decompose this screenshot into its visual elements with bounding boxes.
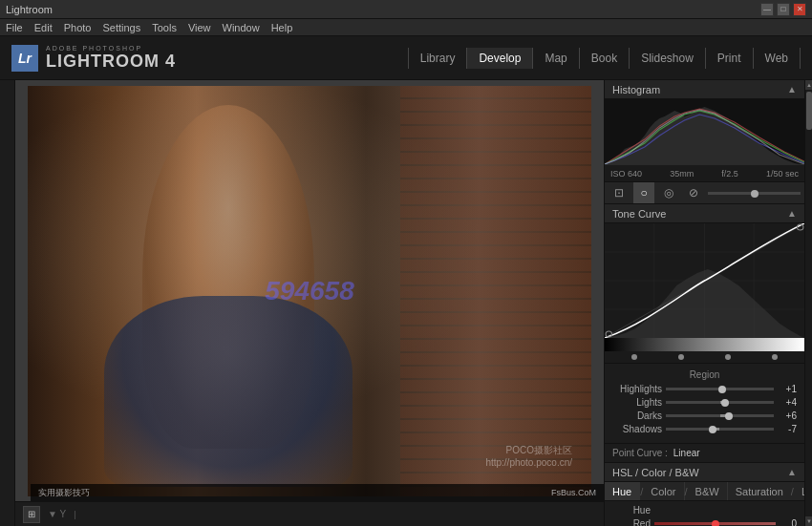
close-button[interactable]: ✕ xyxy=(793,3,806,16)
watermark-text: 594658 xyxy=(265,276,353,306)
histogram-iso: ISO 640 xyxy=(610,169,642,179)
tab-book[interactable]: Book xyxy=(580,48,630,69)
shadows-value: -7 xyxy=(778,424,797,434)
hsl-red-track[interactable] xyxy=(654,522,776,525)
shadows-label: Shadows xyxy=(612,424,662,434)
tagline-left: 实用摄影技巧 xyxy=(38,487,90,499)
tab-library[interactable]: Library xyxy=(408,48,468,69)
histogram-focal: 35mm xyxy=(670,169,694,179)
toolbar-grid-btn[interactable]: ⊞ xyxy=(23,506,40,523)
highlights-label: Highlights xyxy=(612,384,662,394)
tab-web[interactable]: Web xyxy=(754,48,801,69)
curve-dot-1[interactable] xyxy=(631,354,637,360)
tone-curve-canvas[interactable] xyxy=(605,223,804,338)
hsl-tab-luminance[interactable]: Luminance xyxy=(794,482,804,500)
curve-dot-3[interactable] xyxy=(725,354,731,360)
watermark-site1: POCO摄影社区 xyxy=(485,444,572,457)
tab-slideshow[interactable]: Slideshow xyxy=(630,48,706,69)
menu-photo[interactable]: Photo xyxy=(64,22,92,33)
content-area: 594658 POCO摄影社区 http://photo.poco.cn/ 实用… xyxy=(0,80,812,526)
hsl-tab-saturation[interactable]: Saturation xyxy=(728,482,791,500)
shadows-thumb[interactable] xyxy=(709,426,716,433)
lights-row: Lights +4 xyxy=(612,397,797,408)
hsl-arrow: ▲ xyxy=(787,467,797,477)
histogram-panel-header[interactable]: Histogram ▲ xyxy=(605,80,804,99)
hsl-panel-header[interactable]: HSL / Color / B&W ▲ xyxy=(605,463,804,482)
maximize-button[interactable]: □ xyxy=(777,3,790,16)
menu-edit[interactable]: Edit xyxy=(34,22,53,33)
tool-slider[interactable] xyxy=(708,192,801,195)
redeye-tool[interactable]: ◎ xyxy=(658,182,679,203)
highlights-track[interactable] xyxy=(666,388,774,390)
healing-tool[interactable]: ○ xyxy=(633,182,654,203)
image-toolbar-bottom: ⊞ ▼ Y | xyxy=(15,501,604,526)
tool-slider-thumb[interactable] xyxy=(751,190,759,198)
tool-slider-row xyxy=(708,192,801,195)
hsl-hue-header-track xyxy=(654,509,776,512)
histogram-aperture: f/2.5 xyxy=(721,169,738,179)
menu-settings[interactable]: Settings xyxy=(102,22,140,33)
tab-develop[interactable]: Develop xyxy=(467,48,533,69)
darks-track[interactable] xyxy=(666,414,774,417)
curve-dot-2[interactable] xyxy=(678,354,684,360)
app-layout: Lr ADOBE PHOTOSHOP LIGHTROOM 4 Library D… xyxy=(0,36,812,526)
lights-thumb[interactable] xyxy=(721,399,729,407)
tab-map[interactable]: Map xyxy=(533,48,579,69)
main-view: 594658 POCO摄影社区 http://photo.poco.cn/ 实用… xyxy=(15,80,604,526)
menu-tools[interactable]: Tools xyxy=(152,22,177,33)
left-panel xyxy=(0,80,15,526)
lr-adobe-text: ADOBE PHOTOSHOP xyxy=(46,45,176,52)
tone-curve-title: Tone Curve xyxy=(612,208,666,220)
lr-main-title: LIGHTROOM 4 xyxy=(46,52,176,72)
point-curve-value[interactable]: Linear xyxy=(673,448,700,458)
hsl-tab-bw[interactable]: B&W xyxy=(688,482,728,500)
hsl-tab-hue[interactable]: Hue xyxy=(605,482,640,500)
scroll-down-arrow[interactable]: ▼ xyxy=(805,516,812,526)
right-scrollbar: ▲ ▼ xyxy=(804,80,812,526)
top-nav: Lr ADOBE PHOTOSHOP LIGHTROOM 4 Library D… xyxy=(0,36,812,80)
tool-strip: ⊡ ○ ◎ ⊘ xyxy=(605,182,804,204)
crop-tool[interactable]: ⊡ xyxy=(609,182,630,203)
histogram-section: Histogram ▲ xyxy=(605,80,804,182)
title-bar-controls: — □ ✕ xyxy=(760,3,806,16)
histogram-collapse-arrow: ▲ xyxy=(787,84,797,95)
brush-tool[interactable]: ⊘ xyxy=(683,182,704,203)
darks-value: +6 xyxy=(778,410,797,421)
point-curve-label: Point Curve : xyxy=(612,448,668,458)
curve-dots-row xyxy=(605,351,804,363)
highlights-thumb[interactable] xyxy=(718,386,726,393)
menu-help[interactable]: Help xyxy=(271,22,293,33)
lights-track[interactable] xyxy=(666,401,774,404)
tone-curve-header[interactable]: Tone Curve ▲ xyxy=(605,204,804,223)
watermark-site2: http://photo.poco.cn/ xyxy=(485,457,572,468)
minimize-button[interactable]: — xyxy=(760,3,774,16)
main-image: 594658 POCO摄影社区 http://photo.poco.cn/ xyxy=(28,86,591,496)
darks-row: Darks +6 xyxy=(612,410,797,421)
hsl-tab-color[interactable]: Color xyxy=(643,482,684,500)
curve-dot-4[interactable] xyxy=(772,354,778,360)
scroll-up-arrow[interactable]: ▲ xyxy=(805,80,812,90)
tab-print[interactable]: Print xyxy=(706,48,754,69)
histogram-svg xyxy=(605,99,804,164)
darks-label: Darks xyxy=(612,410,662,421)
title-bar: Lightroom — □ ✕ xyxy=(0,0,812,19)
hsl-section: HSL / Color / B&W ▲ Hue / Color / B&W Sa… xyxy=(605,463,804,526)
app-title: Lightroom xyxy=(6,4,53,15)
darks-thumb[interactable] xyxy=(725,412,733,420)
histogram-canvas xyxy=(605,99,804,164)
hsl-red-thumb[interactable] xyxy=(712,520,719,526)
menu-window[interactable]: Window xyxy=(223,22,260,33)
hsl-red-value: 0 xyxy=(780,518,797,526)
histogram-title: Histogram xyxy=(612,84,660,95)
lr-logo-box: Lr xyxy=(11,45,38,72)
watermark-bottom: POCO摄影社区 http://photo.poco.cn/ xyxy=(485,444,572,468)
hsl-red-row: Red 0 xyxy=(612,518,797,526)
lr-logo: Lr ADOBE PHOTOSHOP LIGHTROOM 4 xyxy=(11,45,176,72)
shadows-track[interactable] xyxy=(666,428,774,431)
menu-file[interactable]: File xyxy=(6,22,23,33)
highlights-row: Highlights +1 xyxy=(612,384,797,394)
histogram-shutter: 1/50 sec xyxy=(766,169,799,179)
menu-view[interactable]: View xyxy=(188,22,211,33)
scroll-thumb[interactable] xyxy=(806,92,812,130)
hsl-content: Hue Red 0 xyxy=(605,501,804,526)
